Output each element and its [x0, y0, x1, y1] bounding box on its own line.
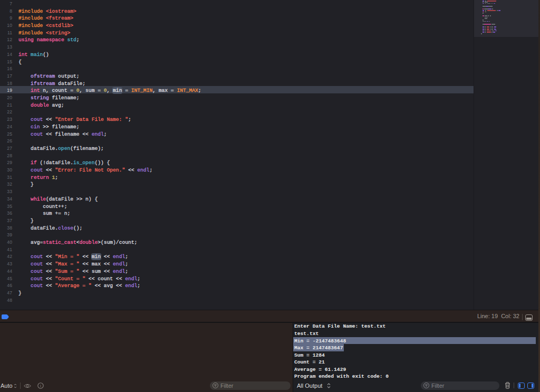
svg-text:i: i [40, 384, 41, 388]
